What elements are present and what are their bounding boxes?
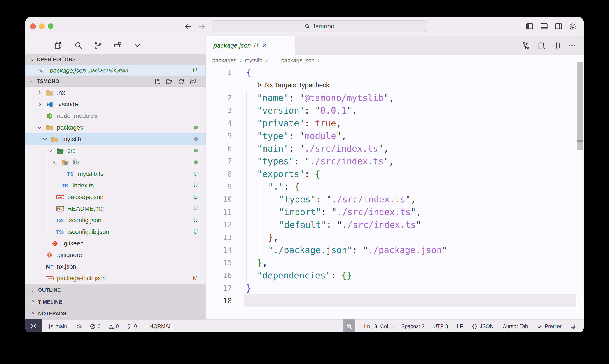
tree-item-index-ts[interactable]: TSindex.tsU bbox=[25, 180, 205, 191]
code-line-6[interactable]: 6"main": "./src/index.ts", bbox=[206, 142, 584, 155]
chevron-down-icon[interactable] bbox=[47, 147, 53, 154]
code-line-3[interactable]: 3"version": "0.0.1", bbox=[206, 104, 584, 117]
status-item-cloud-upload-icon[interactable] bbox=[76, 324, 82, 329]
gear-icon[interactable] bbox=[569, 22, 577, 30]
code-line-8[interactable]: 8"exports": { bbox=[206, 168, 584, 180]
status-item-ln-18-col-1[interactable]: Ln 18, Col 1 bbox=[364, 323, 392, 329]
preview-icon[interactable] bbox=[537, 41, 545, 50]
code-line-5[interactable]: 5"type": "module", bbox=[206, 130, 584, 142]
zoom-window-button[interactable] bbox=[48, 23, 53, 29]
status-item-cursor-tab[interactable]: Cursor Tab bbox=[503, 323, 528, 329]
tree-item-src[interactable]: </>src bbox=[25, 145, 205, 156]
chevron-right-icon[interactable] bbox=[36, 113, 43, 119]
tree-item-mytslib-ts[interactable]: TSmytslib.tsU bbox=[25, 168, 205, 180]
status-item-prettier[interactable]: Prettier bbox=[537, 323, 561, 329]
new-folder-icon[interactable] bbox=[166, 78, 173, 85]
code-viewport[interactable]: 1{Nx Targets: typecheck2"name": "@tsmono… bbox=[206, 66, 584, 319]
status-item-bell-icon[interactable] bbox=[570, 324, 576, 329]
workspace-header[interactable]: TSMONO bbox=[25, 76, 205, 87]
close-icon[interactable]: × bbox=[39, 67, 43, 74]
status-item-0[interactable]: 0 bbox=[108, 323, 119, 329]
code-line-17[interactable]: 17} bbox=[206, 282, 584, 294]
tree-item-vscode[interactable]: .vscode bbox=[25, 98, 205, 110]
tree-item-lib[interactable]: lib bbox=[25, 156, 205, 168]
code-line-15[interactable]: 15}, bbox=[206, 256, 584, 269]
code-line-2[interactable]: 2"name": "@tsmono/mytslib", bbox=[206, 91, 584, 104]
code-line-13[interactable]: 13}, bbox=[206, 231, 584, 244]
panel-header-timeline[interactable]: TIMELINE bbox=[25, 296, 205, 308]
tab-modified-badge: U bbox=[254, 42, 258, 49]
split-editor-icon[interactable] bbox=[553, 41, 561, 50]
codelens-nx-targets[interactable]: Nx Targets: typecheck bbox=[206, 79, 584, 91]
status-item-main[interactable]: main* bbox=[48, 323, 69, 329]
panel-left-icon[interactable] bbox=[525, 22, 534, 30]
twisty-spacer bbox=[57, 171, 64, 177]
tree-item-packages[interactable]: packages bbox=[25, 122, 205, 133]
code-line-18[interactable]: 18 bbox=[206, 294, 584, 307]
code-line-7[interactable]: 7"types": "./src/index.ts", bbox=[206, 155, 584, 168]
chevron-down-icon[interactable] bbox=[36, 124, 43, 131]
panel-right-icon[interactable] bbox=[554, 22, 563, 30]
minimize-window-button[interactable] bbox=[39, 23, 45, 29]
breadcrumb-segment-packages[interactable]: packages bbox=[212, 57, 236, 64]
chevron-right-icon[interactable] bbox=[36, 101, 43, 108]
code-line-12[interactable]: 12"default": "./src/index.ts" bbox=[206, 218, 584, 231]
open-editor-item[interactable]: × npm package.json packages/mytslib U bbox=[25, 65, 205, 76]
code-line-9[interactable]: 9".": { bbox=[206, 180, 584, 193]
chevron-down-icon[interactable] bbox=[41, 136, 48, 143]
code-line-4[interactable]: 4"private": true, bbox=[206, 117, 584, 130]
tree-item-package-json[interactable]: npmpackage.jsonU bbox=[25, 191, 205, 203]
command-search-input[interactable]: tsmono bbox=[212, 20, 427, 32]
status-item-normal[interactable]: -- NORMAL -- bbox=[144, 323, 177, 329]
refresh-icon[interactable] bbox=[178, 78, 185, 85]
code-line-14[interactable]: 14"./package.json": "./package.json" bbox=[206, 244, 584, 256]
activity-extensions-icon[interactable] bbox=[113, 41, 122, 50]
tree-item-mytslib[interactable]: mytslib bbox=[25, 133, 205, 145]
tree-item-nx-json[interactable]: Nnx.json bbox=[25, 261, 205, 272]
status-item-0[interactable]: 0 bbox=[126, 323, 137, 329]
tree-item-package-lock-json[interactable]: npmpackage-lock.jsonM bbox=[25, 272, 205, 284]
breadcrumb-segment-package-json[interactable]: package.json bbox=[271, 57, 315, 64]
code-line-10[interactable]: 10"types": "./src/index.ts", bbox=[206, 193, 584, 206]
forward-arrow-icon[interactable] bbox=[198, 22, 206, 31]
tab-package-json[interactable]: npm package.json U × bbox=[206, 36, 295, 55]
collapse-all-icon[interactable] bbox=[189, 78, 196, 85]
open-editors-header[interactable]: OPEN EDITORS bbox=[25, 54, 205, 65]
scrollbar-thumb[interactable] bbox=[577, 62, 583, 140]
code-line-16[interactable]: 16"dependencies": {} bbox=[206, 269, 584, 282]
chevron-right-icon[interactable] bbox=[36, 90, 43, 96]
tree-item-gitkeep[interactable]: .gitkeep bbox=[25, 238, 205, 249]
activity-search-icon[interactable] bbox=[74, 41, 83, 50]
tree-item-nx[interactable]: .nx bbox=[25, 87, 205, 98]
new-file-icon[interactable] bbox=[154, 78, 161, 85]
panel-bottom-icon[interactable] bbox=[540, 22, 548, 30]
breadcrumb-segment-mytslib[interactable]: mytslib bbox=[245, 57, 262, 64]
breadcrumb-segment-[interactable]: … bbox=[323, 57, 328, 64]
status-item-spaces-2[interactable]: Spaces: 2 bbox=[401, 323, 425, 329]
code-line-11[interactable]: 11"import": "./src/index.ts", bbox=[206, 206, 584, 218]
tree-item-gitignore[interactable]: .gitignore bbox=[25, 249, 205, 261]
status-item-utf-8[interactable]: UTF-8 bbox=[433, 323, 448, 329]
tree-item-node-modules[interactable]: JSnode_modules bbox=[25, 110, 205, 122]
tree-item-tsconfig-lib-json[interactable]: TStsconfig.lib.jsonU bbox=[25, 226, 205, 238]
activity-explorer-icon[interactable] bbox=[54, 41, 63, 50]
status-item-lf[interactable]: LF bbox=[457, 323, 463, 329]
vertical-scrollbar[interactable] bbox=[577, 62, 583, 150]
zoom-button[interactable] bbox=[343, 319, 355, 333]
status-item-0[interactable]: 0 bbox=[90, 323, 100, 329]
code-line-1[interactable]: 1{ bbox=[206, 66, 584, 79]
remote-indicator[interactable] bbox=[25, 319, 41, 333]
tree-item-tsconfig-json[interactable]: TStsconfig.jsonU bbox=[25, 214, 205, 226]
compare-icon[interactable] bbox=[522, 41, 530, 50]
tab-close-icon[interactable]: × bbox=[262, 42, 266, 49]
close-window-button[interactable] bbox=[30, 23, 36, 29]
ellipsis-icon[interactable] bbox=[568, 41, 576, 50]
tree-item-readme-md[interactable]: README.mdU bbox=[25, 203, 205, 214]
back-arrow-icon[interactable] bbox=[184, 22, 192, 31]
panel-header-outline[interactable]: OUTLINE bbox=[25, 284, 205, 296]
chevron-down-icon[interactable] bbox=[52, 159, 59, 166]
activity-source-control-icon[interactable] bbox=[94, 41, 102, 50]
status-item-json[interactable]: JSON bbox=[472, 323, 494, 329]
panel-header-notepads[interactable]: NOTEPADS bbox=[25, 308, 205, 319]
activity-chevron-down-icon[interactable] bbox=[133, 41, 142, 50]
